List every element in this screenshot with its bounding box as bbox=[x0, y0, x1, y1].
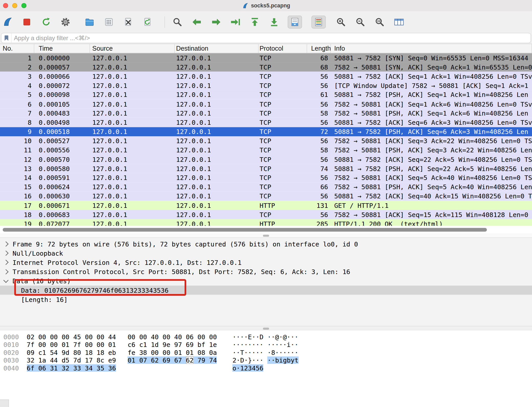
splitter-handle-icon[interactable] bbox=[263, 235, 269, 237]
find-packet-button[interactable] bbox=[172, 16, 183, 28]
packet-row-15[interactable]: 150.000624127.0.0.1127.0.0.1TCP667582 → … bbox=[0, 182, 532, 191]
hex-seg-a1[interactable]: 2·D·}··· bbox=[232, 357, 263, 364]
cell-src: 127.0.0.1 bbox=[90, 219, 175, 226]
go-last-packet-button[interactable] bbox=[268, 16, 280, 28]
zoom-out-button[interactable] bbox=[354, 16, 366, 28]
packet-row-6[interactable]: 60.000105127.0.0.1127.0.0.1TCP567582 → 5… bbox=[0, 99, 532, 109]
packet-row-8[interactable]: 80.000498127.0.0.1127.0.0.1TCP5650881 → … bbox=[0, 118, 532, 127]
go-back-button[interactable] bbox=[191, 16, 203, 28]
packet-row-13[interactable]: 130.000580127.0.0.1127.0.0.1TCP7450881 →… bbox=[0, 164, 532, 173]
horizontal-scrollbar-thumb[interactable] bbox=[3, 228, 487, 232]
hex-seg-a2[interactable]: ··bigbyt bbox=[267, 357, 298, 364]
hex-seg-g1[interactable]: 02 00 00 00 45 00 00 44 bbox=[27, 333, 116, 341]
hex-seg-a2[interactable]: ··@·@··· bbox=[267, 333, 298, 341]
packet-row-3[interactable]: 30.000066127.0.0.1127.0.0.1TCP5650881 → … bbox=[0, 72, 532, 81]
chevron-right-icon[interactable] bbox=[3, 251, 9, 256]
packet-row-16[interactable]: 160.000630127.0.0.1127.0.0.1TCP5650881 →… bbox=[0, 191, 532, 201]
cell-len: 58 bbox=[307, 109, 331, 118]
zoom-original-button[interactable] bbox=[374, 16, 385, 28]
packet-row-5[interactable]: 50.000098127.0.0.1127.0.0.1TCP6150881 → … bbox=[0, 90, 532, 99]
cell-no: 3 bbox=[0, 72, 34, 81]
column-header-no[interactable]: No. bbox=[0, 44, 34, 53]
column-header-source[interactable]: Source bbox=[90, 44, 175, 53]
column-header-destination[interactable]: Destination bbox=[175, 44, 259, 53]
display-filter-input[interactable] bbox=[12, 33, 531, 43]
hex-seg-g2[interactable]: 00 00 40 00 40 06 00 00 bbox=[128, 333, 217, 341]
hex-seg-g1[interactable]: 7f 00 00 01 7f 00 00 01 bbox=[27, 341, 116, 348]
resize-columns-button[interactable] bbox=[393, 16, 405, 28]
chevron-down-icon[interactable] bbox=[3, 278, 9, 283]
capture-options-button[interactable] bbox=[60, 16, 71, 28]
hex-seg-g2[interactable] bbox=[128, 364, 217, 372]
hex-seg-a1[interactable]: o·123456 bbox=[232, 364, 263, 372]
restart-capture-button[interactable] bbox=[40, 16, 52, 28]
auto-scroll-button[interactable] bbox=[288, 15, 302, 28]
hex-row-0040[interactable]: 0040 6f 06 31 32 33 34 35 36 o·123456 bbox=[3, 364, 532, 372]
packet-row-14[interactable]: 140.000591127.0.0.1127.0.0.1TCP567582 → … bbox=[0, 173, 532, 182]
packet-row-9[interactable]: 90.000518127.0.0.1127.0.0.1TCP7250881 → … bbox=[0, 127, 532, 136]
packet-row-2[interactable]: 20.000057127.0.0.1127.0.0.1TCP687582 → 5… bbox=[0, 62, 532, 72]
hex-seg-g1[interactable]: 6f 06 31 32 33 34 35 36 bbox=[27, 364, 116, 372]
detail-line[interactable]: Internet Protocol Version 4, Src: 127.0.… bbox=[0, 258, 532, 267]
column-header-info[interactable]: Info bbox=[331, 44, 532, 53]
hex-seg-a1[interactable]: ····E··D bbox=[232, 333, 263, 341]
detail-line[interactable]: Data: 01076269676279746f06313233343536 bbox=[0, 286, 532, 295]
hex-row-0010[interactable]: 0010 7f 00 00 01 7f 00 00 01 c6 c1 1d 9e… bbox=[3, 341, 532, 349]
hex-seg-a1[interactable]: ········ bbox=[232, 341, 263, 348]
go-first-packet-button[interactable] bbox=[249, 16, 261, 28]
go-to-packet-button[interactable] bbox=[230, 16, 241, 28]
hex-seg-g1[interactable]: 09 c1 54 9d 80 18 18 eb bbox=[27, 349, 116, 356]
packet-row-7[interactable]: 70.000483127.0.0.1127.0.0.1TCP587582 → 5… bbox=[0, 109, 532, 118]
hex-seg-g1[interactable]: 32 1a 44 d5 7d 17 8c e9 bbox=[27, 357, 116, 364]
hex-seg-g2[interactable]: 01 07 62 69 67 62 79 74 bbox=[128, 357, 217, 364]
start-capture-button[interactable] bbox=[2, 16, 13, 28]
hex-row-0030[interactable]: 0030 32 1a 44 d5 7d 17 8c e9 01 07 62 69… bbox=[3, 357, 532, 365]
hex-seg-a2[interactable]: ·····i·· bbox=[267, 341, 298, 348]
detail-line[interactable]: Frame 9: 72 bytes on wire (576 bits), 72… bbox=[0, 240, 532, 249]
detail-line[interactable]: [Length: 16] bbox=[0, 295, 532, 304]
chevron-right-icon[interactable] bbox=[3, 260, 9, 265]
reload-file-button[interactable] bbox=[142, 16, 153, 28]
filter-bookmark-button[interactable] bbox=[1, 33, 12, 43]
packet-row-11[interactable]: 110.000556127.0.0.1127.0.0.1TCP587582 → … bbox=[0, 145, 532, 155]
hex-seg-a1[interactable]: ··T····· bbox=[232, 349, 263, 356]
packet-row-1[interactable]: 10.000000127.0.0.1127.0.0.1TCP6850881 → … bbox=[0, 53, 532, 62]
detail-line[interactable]: Transmission Control Protocol, Src Port:… bbox=[0, 267, 532, 276]
chevron-right-icon[interactable] bbox=[3, 241, 9, 247]
save-file-button[interactable] bbox=[103, 16, 115, 28]
packet-row-12[interactable]: 120.000570127.0.0.1127.0.0.1TCP5650881 →… bbox=[0, 155, 532, 164]
pane-splitter-bottom[interactable] bbox=[0, 326, 532, 330]
cell-src: 127.0.0.1 bbox=[90, 182, 175, 191]
packet-row-10[interactable]: 100.000527127.0.0.1127.0.0.1TCP567582 → … bbox=[0, 136, 532, 145]
hex-seg-g2[interactable]: c6 c1 1d 9e 97 69 bf 1e bbox=[128, 341, 217, 348]
detail-line[interactable]: Data (16 bytes) bbox=[0, 276, 532, 286]
column-header-length[interactable]: Length bbox=[307, 44, 331, 53]
packet-row-4[interactable]: 40.000072127.0.0.1127.0.0.1TCP56[TCP Win… bbox=[0, 81, 532, 90]
stop-capture-button[interactable] bbox=[21, 16, 32, 28]
column-header-time[interactable]: Time bbox=[34, 44, 90, 53]
open-file-button[interactable] bbox=[84, 16, 95, 28]
hex-row-0020[interactable]: 0020 09 c1 54 9d 80 18 18 eb fe 38 00 00… bbox=[3, 349, 532, 357]
hex-seg-g2[interactable]: fe 38 00 00 01 01 08 0a bbox=[128, 349, 217, 356]
cell-info: 50881 → 7582 [PSH, ACK] Seq=22 Ack=5 Win… bbox=[331, 164, 532, 173]
close-file-button[interactable] bbox=[123, 16, 134, 28]
packet-row-19[interactable]: 190.072077127.0.0.1127.0.0.1HTTP285HTTP/… bbox=[0, 219, 532, 226]
go-forward-button[interactable] bbox=[210, 16, 222, 28]
zoom-in-button[interactable] bbox=[335, 16, 347, 28]
cell-dst: 127.0.0.1 bbox=[175, 81, 259, 90]
colorize-button[interactable] bbox=[312, 15, 326, 28]
cell-len: 56 bbox=[307, 173, 331, 182]
pane-splitter-top[interactable] bbox=[0, 233, 532, 238]
zoom-window-button[interactable] bbox=[21, 3, 27, 8]
cell-time: 0.000671 bbox=[34, 201, 90, 210]
hex-seg-a2[interactable]: ·8······ bbox=[267, 349, 298, 356]
packet-row-18[interactable]: 180.000683127.0.0.1127.0.0.1TCP567582 → … bbox=[0, 210, 532, 219]
close-window-button[interactable] bbox=[3, 3, 8, 8]
detail-line[interactable]: Null/Loopback bbox=[0, 249, 532, 258]
minimize-window-button[interactable] bbox=[12, 3, 17, 8]
column-header-protocol[interactable]: Protocol bbox=[259, 44, 307, 53]
splitter-handle-icon[interactable] bbox=[263, 327, 269, 330]
hex-row-0000[interactable]: 0000 02 00 00 00 45 00 00 44 00 00 40 00… bbox=[3, 333, 532, 341]
packet-row-17[interactable]: 170.000671127.0.0.1127.0.0.1HTTP131GET /… bbox=[0, 201, 532, 210]
chevron-right-icon[interactable] bbox=[3, 269, 9, 274]
